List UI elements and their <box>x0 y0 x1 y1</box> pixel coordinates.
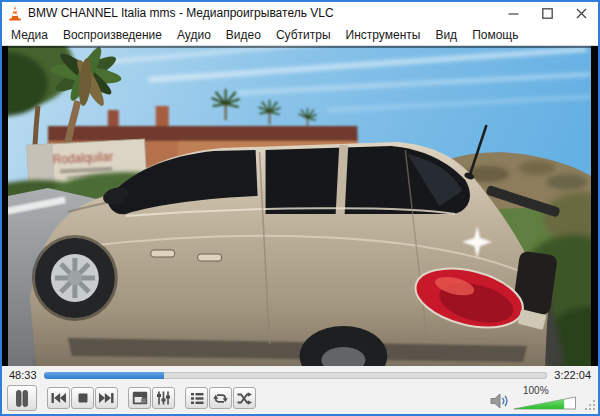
fullscreen-button[interactable] <box>128 387 151 409</box>
next-button[interactable] <box>95 387 118 409</box>
video-frame: Rodalquilar <box>8 46 591 366</box>
seek-bar[interactable] <box>44 372 548 379</box>
playlist-icon <box>190 392 204 405</box>
equalizer-icon <box>156 391 171 405</box>
volume-slider[interactable] <box>513 396 577 410</box>
menu-media[interactable]: Медиа <box>11 28 48 42</box>
playlist-group <box>185 387 256 409</box>
shuffle-icon <box>237 392 252 405</box>
elapsed-time: 48:33 <box>9 369 37 381</box>
fullscreen-icon <box>132 391 148 405</box>
menu-bar: Медиа Воспроизведение Аудио Видео Субтит… <box>2 24 598 46</box>
pause-button[interactable] <box>7 385 37 411</box>
total-time: 3:22:04 <box>554 369 591 381</box>
next-icon <box>99 392 114 404</box>
video-area[interactable]: Rodalquilar <box>2 46 598 366</box>
window-title: BMW CHANNEL Italia mms - Медиапроигрыват… <box>28 6 334 20</box>
menu-audio[interactable]: Аудио <box>177 28 211 42</box>
stop-icon <box>77 392 89 404</box>
volume-cluster: 100% <box>490 386 577 410</box>
transport-group <box>47 387 118 409</box>
extended-settings-button[interactable] <box>152 387 175 409</box>
playlist-button[interactable] <box>185 387 208 409</box>
random-button[interactable] <box>233 387 256 409</box>
loop-button[interactable] <box>209 387 232 409</box>
volume-percent: 100% <box>523 386 549 396</box>
minimize-button[interactable] <box>496 2 530 24</box>
vlc-window: BMW CHANNEL Italia mms - Медиапроигрыват… <box>0 0 600 416</box>
seek-row: 48:33 3:22:04 <box>2 366 598 384</box>
pause-icon <box>14 390 30 407</box>
resize-grip[interactable] <box>584 399 596 411</box>
vlc-cone-icon <box>8 6 22 21</box>
minimize-icon <box>508 8 519 19</box>
view-group <box>128 387 175 409</box>
front-wheel <box>32 235 118 321</box>
previous-button[interactable] <box>47 387 70 409</box>
loop-icon <box>213 392 228 405</box>
maximize-icon <box>542 8 553 19</box>
menu-help[interactable]: Помощь <box>472 28 518 42</box>
menu-tools[interactable]: Инструменты <box>346 28 421 42</box>
volume-slider-block: 100% <box>513 386 577 410</box>
control-bar: 100% <box>2 384 598 414</box>
volume-icon[interactable] <box>490 393 509 409</box>
previous-icon <box>51 392 66 404</box>
title-bar[interactable]: BMW CHANNEL Italia mms - Медиапроигрыват… <box>2 2 598 24</box>
menu-view[interactable]: Вид <box>435 28 457 42</box>
close-icon <box>576 8 587 19</box>
seek-progress-fill <box>44 372 165 379</box>
menu-playback[interactable]: Воспроизведение <box>63 28 162 42</box>
menu-video[interactable]: Видео <box>226 28 261 42</box>
stop-button[interactable] <box>71 387 94 409</box>
menu-subtitles[interactable]: Субтитры <box>276 28 331 42</box>
maximize-button[interactable] <box>530 2 564 24</box>
close-button[interactable] <box>564 2 598 24</box>
